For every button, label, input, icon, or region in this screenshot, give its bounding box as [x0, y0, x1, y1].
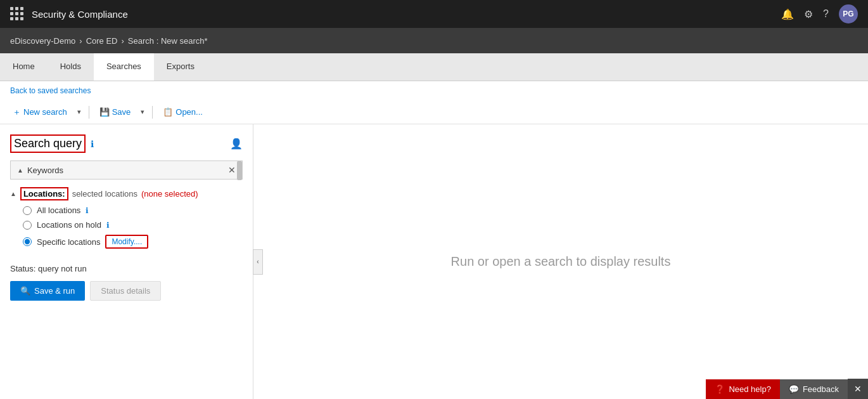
- breadcrumb-item-1[interactable]: eDiscovery-Demo: [10, 36, 75, 46]
- all-locations-info-icon[interactable]: ℹ: [86, 206, 89, 215]
- locations-on-hold-info-icon[interactable]: ℹ: [106, 221, 110, 230]
- keywords-box: ▲ Keywords ✕: [10, 160, 243, 180]
- feedback-bar: ❓ Need help? 💬 Feedback ✕: [706, 379, 868, 399]
- app-title: Security & Compliance: [32, 9, 774, 20]
- search-query-title: Search query: [10, 134, 86, 153]
- status-value: query not run: [38, 264, 87, 273]
- right-panel: Run or open a search to display results: [253, 124, 868, 399]
- section-title-row: Search query ℹ 👤: [10, 134, 243, 153]
- breadcrumb: eDiscovery-Demo › Core ED › Search : New…: [0, 28, 868, 53]
- locations-none-selected: (none selected): [141, 189, 198, 199]
- open-button[interactable]: 📋 Open...: [158, 104, 208, 120]
- feedback-close-button[interactable]: ✕: [848, 379, 868, 399]
- bottom-buttons: 🔍 Save & run Status details: [10, 281, 243, 308]
- status-details-button: Status details: [90, 281, 161, 301]
- status-row: Status: query not run: [10, 264, 243, 273]
- specific-locations-item: Specific locations Modify....: [23, 235, 243, 249]
- keywords-scrollbar-thumb: [237, 161, 242, 180]
- left-panel: Search query ℹ 👤 ▲ Keywords ✕ ▲ Location…: [0, 124, 253, 399]
- main-content: Search query ℹ 👤 ▲ Keywords ✕ ▲ Location…: [0, 124, 868, 399]
- all-locations-radio[interactable]: [23, 206, 32, 215]
- tab-searches[interactable]: Searches: [94, 53, 154, 81]
- all-locations-label: All locations: [37, 206, 80, 215]
- collapse-right-button[interactable]: ‹: [253, 249, 263, 275]
- locations-header: ▲ Locations: selected locations (none se…: [10, 187, 243, 200]
- locations-on-hold-label: Locations on hold: [37, 220, 101, 230]
- feedback-label: Feedback: [803, 384, 839, 394]
- search-query-info-icon[interactable]: ℹ: [91, 139, 94, 149]
- locations-sublabel: selected locations: [72, 189, 137, 199]
- breadcrumb-sep-1: ›: [79, 36, 82, 46]
- open-icon: 📋: [163, 107, 173, 117]
- status-label: Status:: [10, 264, 35, 273]
- tab-exports[interactable]: Exports: [154, 53, 207, 81]
- feedback-icon: 💬: [789, 384, 799, 394]
- help-circle-icon: ❓: [715, 384, 725, 394]
- save-icon: 💾: [99, 107, 110, 117]
- toolbar-sep-1: [89, 106, 89, 119]
- help-icon[interactable]: ?: [823, 8, 829, 20]
- top-icons: 🔔 ⚙ ? PG: [781, 4, 858, 23]
- modify-button[interactable]: Modify....: [105, 235, 148, 249]
- keywords-collapse-arrow: ▲: [17, 167, 23, 174]
- locations-radio-group: All locations ℹ Locations on hold ℹ Spec…: [10, 206, 243, 249]
- locations-label: Locations:: [20, 187, 68, 200]
- keywords-scrollbar-track: [237, 161, 242, 179]
- keywords-header[interactable]: ▲ Keywords ✕: [11, 161, 242, 179]
- tab-holds[interactable]: Holds: [48, 53, 94, 81]
- new-search-dropdown[interactable]: ▾: [75, 105, 84, 119]
- specific-locations-radio[interactable]: [23, 237, 32, 246]
- breadcrumb-current: Search : New search*: [128, 36, 208, 46]
- save-run-label: Save & run: [34, 286, 75, 296]
- empty-state-text: Run or open a search to display results: [451, 254, 671, 269]
- all-locations-item: All locations ℹ: [23, 206, 243, 215]
- need-help-button[interactable]: ❓ Need help?: [706, 379, 780, 399]
- settings-icon[interactable]: ⚙: [804, 8, 813, 20]
- open-label: Open...: [176, 107, 203, 117]
- new-search-label: New search: [23, 107, 67, 117]
- save-run-button[interactable]: 🔍 Save & run: [10, 281, 85, 301]
- breadcrumb-item-2[interactable]: Core ED: [86, 36, 118, 46]
- locations-collapse-button[interactable]: ▲: [10, 190, 16, 197]
- toolbar-sep-2: [152, 106, 153, 119]
- keywords-close-button[interactable]: ✕: [228, 165, 236, 175]
- save-label: Save: [112, 107, 131, 117]
- top-bar: Security & Compliance 🔔 ⚙ ? PG: [0, 0, 868, 28]
- need-help-label: Need help?: [729, 384, 771, 394]
- plus-icon: ＋: [13, 107, 21, 118]
- locations-on-hold-radio[interactable]: [23, 221, 32, 230]
- locations-section: ▲ Locations: selected locations (none se…: [10, 187, 243, 249]
- tab-home[interactable]: Home: [0, 53, 48, 81]
- search-settings-icon[interactable]: 👤: [230, 138, 243, 150]
- save-dropdown[interactable]: ▾: [138, 105, 147, 119]
- toolbar: ＋ New search ▾ 💾 Save ▾ 📋 Open...: [0, 100, 868, 124]
- avatar[interactable]: PG: [839, 4, 858, 23]
- keywords-label: Keywords: [27, 166, 63, 175]
- back-link[interactable]: Back to saved searches: [0, 81, 868, 100]
- breadcrumb-sep-2: ›: [122, 36, 124, 46]
- specific-locations-label: Specific locations: [37, 237, 100, 247]
- locations-on-hold-item: Locations on hold ℹ: [23, 220, 243, 230]
- notification-icon[interactable]: 🔔: [781, 8, 794, 20]
- app-launcher-icon[interactable]: [10, 7, 24, 21]
- feedback-button[interactable]: 💬 Feedback: [780, 379, 848, 399]
- search-run-icon: 🔍: [20, 286, 30, 296]
- tab-bar: Home Holds Searches Exports: [0, 53, 868, 81]
- new-search-button[interactable]: ＋ New search: [8, 103, 72, 121]
- save-button[interactable]: 💾 Save: [94, 104, 136, 120]
